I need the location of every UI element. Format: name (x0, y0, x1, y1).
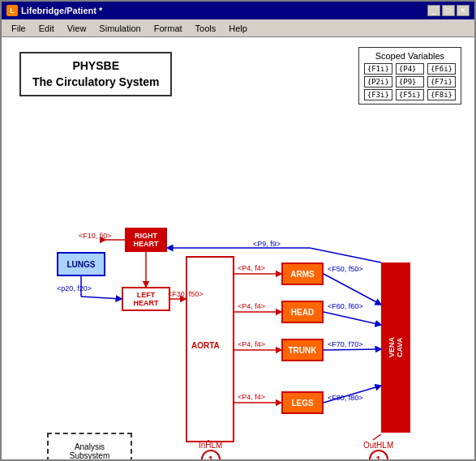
label-f30-f50: <F30, f50> (168, 290, 204, 298)
inhlm-block[interactable]: InHLM 1 (199, 441, 222, 459)
title-bar-left: L Lifebridge/Patient * (6, 5, 102, 16)
label-f50-f50: <F50, f50> (328, 265, 363, 273)
physbe-title: PHYSBE The Circulatory System (19, 52, 172, 96)
title-bar: L Lifebridge/Patient * _ □ ✕ (2, 2, 474, 19)
vena-cava-block[interactable]: VENACAVA (381, 263, 410, 433)
svg-line-4 (81, 297, 122, 299)
label-p4-f4-head: <P4, f4> (238, 302, 265, 310)
maximize-button[interactable]: □ (442, 5, 455, 16)
menu-edit[interactable]: Edit (32, 22, 61, 35)
var-f6i: {F6i} (427, 63, 456, 75)
canvas-area: PHYSBE The Circulatory System Scoped Var… (2, 37, 474, 459)
arms-label: ARMS (290, 270, 314, 279)
svg-line-12 (324, 349, 381, 350)
menu-file[interactable]: File (5, 22, 32, 35)
outhlm-circle: 1 (369, 450, 388, 459)
var-p4: {P4} (396, 63, 424, 75)
var-f7i: {F7i} (427, 76, 456, 88)
physbe-line2: The Circulatory System (32, 75, 159, 91)
svg-line-14 (310, 248, 381, 263)
physbe-line1: PHYSBE (32, 58, 159, 75)
var-f5i: {F5i} (396, 89, 424, 100)
menu-simulation[interactable]: Simulation (92, 22, 147, 35)
analysis-subsystem-block[interactable]: Analysis Subsystem (47, 433, 132, 459)
svg-line-17 (373, 434, 381, 440)
close-button[interactable]: ✕ (457, 5, 470, 16)
label-p4-f4-arms: <P4, f4> (238, 264, 265, 272)
svg-line-10 (324, 274, 381, 305)
right-heart-label: RIGHTHEART (134, 232, 159, 248)
var-f8i: {F8i} (427, 89, 456, 100)
label-p4-f4-trunk: <P4, f4> (238, 340, 265, 348)
outhlm-block[interactable]: OutHLM 1 (363, 441, 393, 459)
label-f80-f80: <F80, f80> (328, 394, 363, 402)
right-heart-block[interactable]: RIGHTHEART (125, 228, 167, 252)
analysis-label: Analysis Subsystem (70, 442, 109, 459)
minimize-button[interactable]: _ (427, 5, 440, 16)
main-window: L Lifebridge/Patient * _ □ ✕ File Edit V… (0, 0, 476, 461)
scoped-vars-grid: {F1i} {P4} {F6i} {P2i} {P9} {F7i} {F3i} … (364, 63, 456, 100)
scoped-vars-panel: Scoped Variables {F1i} {P4} {F6i} {P2i} … (358, 47, 461, 105)
trunk-block[interactable]: TRUNK (281, 339, 324, 361)
menu-bar: File Edit View Simulation Format Tools H… (2, 19, 474, 37)
var-p2i: {P2i} (364, 76, 392, 88)
menu-format[interactable]: Format (148, 22, 189, 35)
lungs-label: LUNGS (67, 260, 96, 269)
legs-block[interactable]: LEGS (281, 391, 324, 414)
inhlm-label: InHLM (199, 441, 222, 450)
scoped-vars-title: Scoped Variables (364, 51, 456, 61)
legs-label: LEGS (291, 399, 313, 408)
var-f1i: {F1i} (364, 63, 392, 75)
menu-help[interactable]: Help (222, 22, 254, 35)
left-heart-label: LEFTHEART (134, 291, 159, 307)
vena-cava-label: VENACAVA (388, 337, 404, 357)
head-label: HEAD (291, 308, 314, 317)
head-block[interactable]: HEAD (281, 301, 324, 323)
menu-view[interactable]: View (61, 22, 93, 35)
aorta-label: AORTA (191, 341, 220, 350)
title-controls: _ □ ✕ (427, 5, 470, 16)
lungs-block[interactable]: LUNGS (57, 252, 105, 276)
label-f60-f60: <F60, f60> (328, 302, 363, 310)
arms-block[interactable]: ARMS (281, 263, 324, 285)
inhlm-circle: 1 (201, 450, 221, 459)
menu-tools[interactable]: Tools (189, 22, 223, 35)
app-icon: L (6, 5, 18, 16)
svg-line-11 (324, 312, 381, 325)
label-f10-fi0: <F10, fi0> (79, 232, 112, 240)
var-f3i: {F3i} (364, 89, 392, 100)
var-p9: {P9} (396, 76, 424, 88)
label-f70-f70: <F70, f70> (328, 340, 363, 348)
label-p4-f4-legs: <P4, f4> (238, 393, 265, 401)
label-p9-f9-top: <P9, f9> (253, 240, 281, 248)
trunk-label: TRUNK (289, 346, 317, 355)
label-p20-f20: <p20, f20> (57, 284, 92, 292)
window-title: Lifebridge/Patient * (21, 6, 102, 15)
left-heart-block[interactable]: LEFTHEART (122, 287, 170, 311)
outhlm-label: OutHLM (363, 441, 393, 450)
